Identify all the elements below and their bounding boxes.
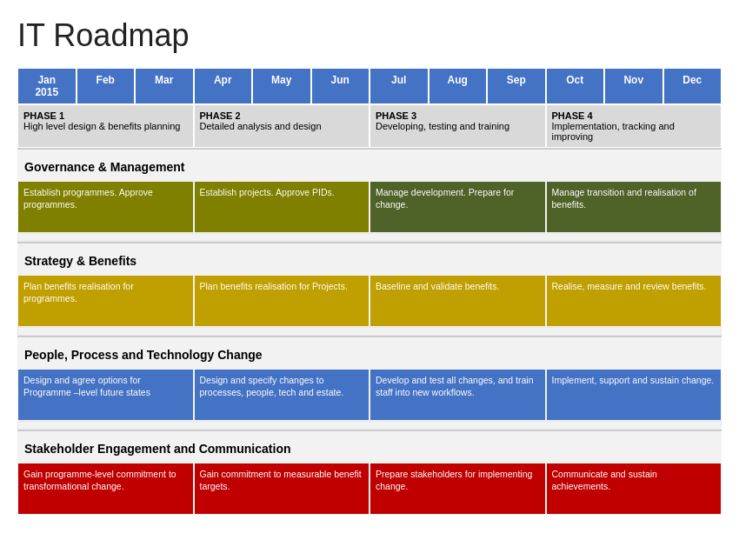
people-section-header: People, Process and Technology Change: [17, 336, 722, 369]
header-mar: Mar: [135, 68, 194, 104]
content-cell: Gain programme-level commitment to trans…: [17, 463, 194, 515]
stakeholder-content-row: Gain programme-level commitment to trans…: [17, 463, 722, 515]
governance-content-row: Establish programmes. Approve programmes…: [17, 181, 722, 233]
content-cell: Implement, support and sustain change.: [546, 369, 722, 421]
header-dec: Dec: [663, 68, 722, 104]
people-content-row: Design and agree options for Programme –…: [17, 369, 722, 421]
header-apr: Apr: [194, 68, 253, 104]
header-oct: Oct: [546, 68, 605, 104]
content-cell: Communicate and sustain achievements.: [546, 463, 722, 515]
header-jul: Jul: [370, 68, 429, 104]
spacer-3: [17, 421, 722, 430]
content-cell: Realise, measure and review benefits.: [546, 275, 722, 327]
content-cell: Manage development. Prepare for change.: [370, 181, 546, 233]
content-cell: Establish programmes. Approve programmes…: [17, 181, 194, 233]
header-nov: Nov: [604, 68, 663, 104]
stakeholder-label: Stakeholder Engagement and Communication: [17, 435, 722, 459]
roadmap-grid: Jan2015 Feb Mar Apr May Jun Jul Aug Sep …: [17, 68, 722, 515]
content-cell: Plan benefits realisation for programmes…: [17, 275, 194, 327]
content-cell: Design and specify changes to processes,…: [194, 369, 370, 421]
content-cell: Establish projects. Approve PIDs.: [194, 181, 370, 233]
strategy-label: Strategy & Benefits: [17, 247, 722, 271]
header-feb: Feb: [77, 68, 136, 104]
spacer-1: [17, 233, 722, 242]
header-jan: Jan2015: [17, 68, 77, 104]
content-cell: Gain commitment to measurable benefit ta…: [194, 463, 370, 515]
phase-row: PHASE 1 High level design & benefits pla…: [17, 104, 722, 148]
stakeholder-section-header: Stakeholder Engagement and Communication: [17, 430, 722, 463]
governance-label: Governance & Management: [17, 153, 722, 177]
strategy-content-row: Plan benefits realisation for programmes…: [17, 275, 722, 327]
header-sep: Sep: [487, 68, 546, 104]
header-jun: Jun: [311, 68, 370, 104]
content-cell: Prepare stakeholders for implementing ch…: [370, 463, 546, 515]
content-cell: Manage transition and realisation of ben…: [546, 181, 722, 233]
phase-2-block: PHASE 2 Detailed analysis and design: [194, 104, 370, 148]
spacer-2: [17, 327, 722, 336]
page-title: IT Roadmap: [17, 17, 722, 54]
header-aug: Aug: [429, 68, 488, 104]
header-may: May: [252, 68, 311, 104]
content-cell: Design and agree options for Programme –…: [17, 369, 194, 421]
content-cell: Baseline and validate benefits.: [370, 275, 546, 327]
people-label: People, Process and Technology Change: [17, 341, 722, 365]
governance-section-header: Governance & Management: [17, 148, 722, 181]
content-cell: Plan benefits realisation for Projects.: [194, 275, 370, 327]
content-cell: Develop and test all changes, and train …: [370, 369, 546, 421]
strategy-section-header: Strategy & Benefits: [17, 242, 722, 275]
phase-4-block: PHASE 4 Implementation, tracking and imp…: [546, 104, 722, 148]
month-header-row: Jan2015 Feb Mar Apr May Jun Jul Aug Sep …: [17, 68, 722, 104]
phase-1-block: PHASE 1 High level design & benefits pla…: [17, 104, 194, 148]
phase-3-block: PHASE 3 Developing, testing and training: [370, 104, 546, 148]
